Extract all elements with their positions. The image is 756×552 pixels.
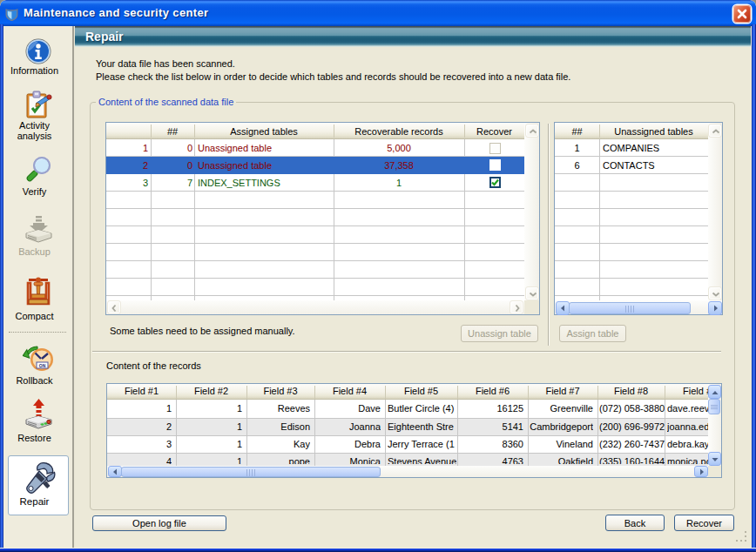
svg-text:ON: ON <box>39 363 46 368</box>
